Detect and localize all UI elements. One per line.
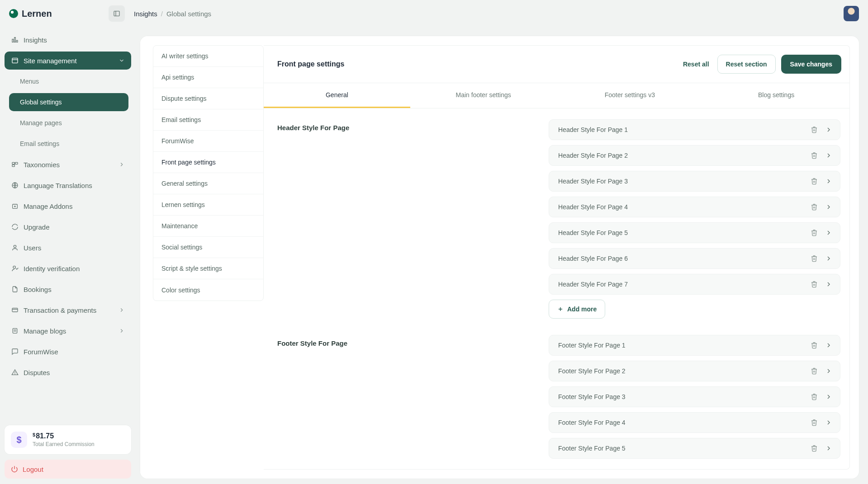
settings-item[interactable]: Lernen settings — [153, 194, 263, 216]
settings-item[interactable]: Dispute settings — [153, 88, 263, 109]
settings-item[interactable]: General settings — [153, 173, 263, 194]
sidebar-sub-email-settings[interactable]: Email settings — [9, 135, 128, 153]
sidebar-item-label: Email settings — [20, 140, 59, 147]
settings-item[interactable]: Email settings — [153, 109, 263, 131]
breadcrumb-root[interactable]: Insights — [134, 10, 157, 18]
settings-item[interactable]: Script & style settings — [153, 258, 263, 279]
sidebar-collapse-button[interactable] — [109, 5, 125, 22]
settings-item[interactable]: Maintenance — [153, 216, 263, 237]
chevron-right-icon[interactable] — [823, 365, 835, 377]
sidebar-sub-menus[interactable]: Menus — [9, 72, 128, 90]
commission-amount: $81.75 — [33, 432, 95, 440]
trash-icon[interactable] — [808, 391, 820, 403]
sidebar-item-addons[interactable]: Manage Addons — [5, 197, 131, 215]
sidebar-item-disputes[interactable]: Disputes — [5, 363, 131, 381]
trash-icon[interactable] — [808, 150, 820, 161]
settings-list: AI writer settingsApi settingsDispute se… — [153, 36, 264, 479]
trash-icon[interactable] — [808, 124, 820, 136]
trash-icon[interactable] — [808, 278, 820, 290]
list-item[interactable]: Header Style For Page 5 — [549, 222, 840, 243]
list-item[interactable]: Footer Style For Page 1 — [549, 335, 840, 356]
chevron-right-icon[interactable] — [823, 442, 835, 454]
sidebar-item-label: Manage Addons — [24, 202, 72, 210]
main-area: Front page settings Reset all Reset sect… — [264, 36, 859, 479]
logo[interactable]: Lernen — [9, 9, 86, 19]
logout-label: Logout — [23, 465, 43, 473]
reset-all-button[interactable]: Reset all — [680, 57, 712, 71]
add-more-button[interactable]: Add more — [549, 300, 605, 319]
list-item[interactable]: Header Style For Page 6 — [549, 248, 840, 269]
sidebar-item-label: Upgrade — [24, 223, 50, 231]
sidebar-item-label: Global settings — [20, 99, 62, 106]
chevron-right-icon[interactable] — [823, 150, 835, 161]
trash-icon[interactable] — [808, 253, 820, 264]
svg-point-16 — [13, 266, 15, 268]
commission-card: $ $81.75 Total Earned Commission — [5, 425, 131, 454]
chevron-right-icon[interactable] — [823, 278, 835, 290]
chevron-right-icon[interactable] — [823, 227, 835, 239]
reset-section-button[interactable]: Reset section — [717, 55, 776, 74]
trash-icon[interactable] — [808, 201, 820, 213]
logo-text: Lernen — [22, 9, 52, 19]
avatar[interactable] — [844, 6, 859, 21]
list-item[interactable]: Footer Style For Page 4 — [549, 412, 840, 433]
logo-icon — [9, 9, 18, 18]
tab[interactable]: Blog settings — [703, 83, 849, 108]
save-changes-button[interactable]: Save changes — [781, 55, 841, 74]
list-item[interactable]: Header Style For Page 3 — [549, 171, 840, 192]
settings-item[interactable]: AI writer settings — [153, 46, 263, 67]
chevron-right-icon[interactable] — [823, 391, 835, 403]
chevron-right-icon[interactable] — [823, 175, 835, 187]
svg-rect-3 — [14, 38, 16, 42]
trash-icon[interactable] — [808, 175, 820, 187]
settings-item[interactable]: Color settings — [153, 279, 263, 301]
list-item[interactable]: Header Style For Page 1 — [549, 119, 840, 140]
sidebar-item-label: Taxonomies — [24, 161, 60, 169]
settings-item[interactable]: ForumWise — [153, 131, 263, 152]
trash-icon[interactable] — [808, 227, 820, 239]
list-item-label: Footer Style For Page 2 — [558, 367, 626, 375]
list-item[interactable]: Header Style For Page 7 — [549, 274, 840, 295]
sidebar-item-language[interactable]: Language Translations — [5, 176, 131, 194]
sidebar-item-site-management[interactable]: Site management — [5, 52, 131, 70]
trash-icon[interactable] — [808, 417, 820, 428]
sidebar-item-bookings[interactable]: Bookings — [5, 280, 131, 298]
chevron-right-icon[interactable] — [823, 124, 835, 136]
list-item[interactable]: Footer Style For Page 3 — [549, 386, 840, 407]
chevron-right-icon[interactable] — [823, 417, 835, 428]
settings-item[interactable]: Api settings — [153, 67, 263, 88]
trash-icon[interactable] — [808, 442, 820, 454]
sidebar-item-identity[interactable]: Identity verification — [5, 259, 131, 277]
sidebar-sub-global-settings[interactable]: Global settings — [9, 93, 128, 111]
file-icon — [11, 285, 19, 293]
tabs: GeneralMain footer settingsFooter settin… — [264, 83, 850, 108]
svg-point-15 — [14, 245, 16, 248]
chevron-right-icon[interactable] — [823, 339, 835, 351]
sidebar-item-users[interactable]: Users — [5, 239, 131, 257]
list-item[interactable]: Footer Style For Page 2 — [549, 361, 840, 381]
chevron-right-icon — [119, 328, 125, 334]
sidebar-item-forumwise[interactable]: ForumWise — [5, 343, 131, 361]
chevron-right-icon[interactable] — [823, 253, 835, 264]
list-item-label: Header Style For Page 3 — [558, 178, 628, 185]
svg-point-23 — [15, 374, 15, 374]
list-item[interactable]: Header Style For Page 4 — [549, 197, 840, 217]
sidebar-item-upgrade[interactable]: Upgrade — [5, 218, 131, 236]
package-plus-icon — [11, 202, 19, 210]
trash-icon[interactable] — [808, 339, 820, 351]
settings-item[interactable]: Social settings — [153, 237, 263, 258]
tab[interactable]: Footer settings v3 — [557, 83, 703, 108]
logout-button[interactable]: Logout — [5, 460, 131, 479]
list-item[interactable]: Header Style For Page 2 — [549, 145, 840, 166]
sidebar-item-blogs[interactable]: Manage blogs — [5, 322, 131, 340]
sidebar-sub-manage-pages[interactable]: Manage pages — [9, 114, 128, 132]
chevron-right-icon[interactable] — [823, 201, 835, 213]
sidebar-item-taxonomies[interactable]: Taxonomies — [5, 155, 131, 174]
list-item[interactable]: Footer Style For Page 5 — [549, 438, 840, 459]
settings-item[interactable]: Front page settings — [153, 152, 263, 173]
sidebar-item-transactions[interactable]: Transaction & payments — [5, 301, 131, 319]
trash-icon[interactable] — [808, 365, 820, 377]
sidebar-item-insights[interactable]: Insights — [5, 31, 131, 49]
tab[interactable]: General — [264, 83, 410, 108]
tab[interactable]: Main footer settings — [410, 83, 557, 108]
